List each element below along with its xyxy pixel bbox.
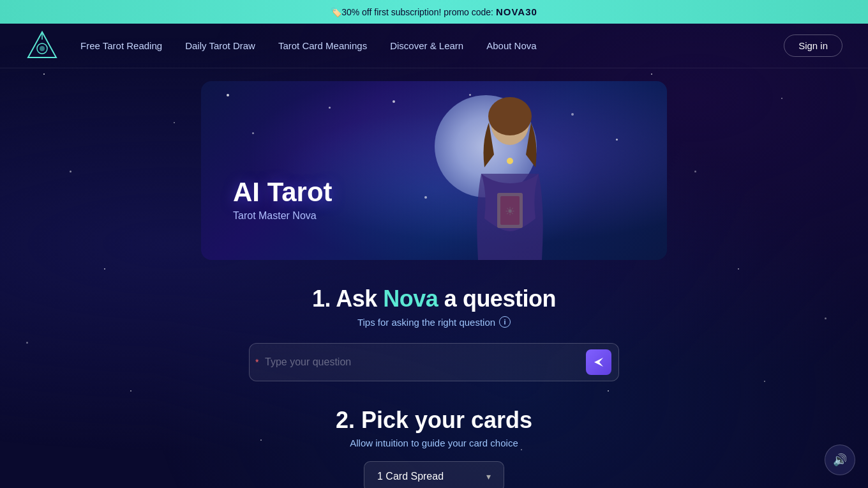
main-content: 1. Ask Nova a question Tips for asking t… (0, 260, 868, 488)
header: Free Tarot Reading Daily Tarot Draw Taro… (0, 24, 868, 68)
info-icon: i (499, 316, 511, 328)
sound-button[interactable]: 🔊 (825, 445, 855, 475)
chevron-down-icon: ▾ (486, 471, 491, 482)
question-input-wrap: * (249, 343, 619, 381)
hero-glow (201, 81, 667, 260)
svg-point-6 (488, 97, 532, 135)
svg-point-10 (507, 158, 513, 164)
step1-suffix: a question (438, 286, 556, 312)
promo-banner: 🏷️30% off first subscription! promo code… (0, 0, 868, 24)
nav-discover-learn[interactable]: Discover & Learn (381, 35, 472, 56)
logo-icon (26, 29, 59, 63)
nav-free-tarot-reading[interactable]: Free Tarot Reading (71, 35, 171, 56)
hero-text-area: AI Tarot Tarot Master Nova (233, 177, 333, 222)
step1-title: 1. Ask Nova a question (312, 286, 556, 312)
nav-about-nova[interactable]: About Nova (477, 35, 545, 56)
sound-icon: 🔊 (833, 453, 847, 467)
tips-text: Tips for asking the right question (357, 317, 495, 328)
hero-subtitle: Tarot Master Nova (233, 210, 333, 222)
tips-link[interactable]: Tips for asking the right question i (357, 316, 511, 328)
spread-dropdown-label: 1 Card Spread (377, 471, 444, 482)
hero-title: AI Tarot (233, 177, 333, 208)
logo-area[interactable] (26, 29, 59, 63)
spread-dropdown[interactable]: 1 Card Spread ▾ (364, 461, 504, 488)
sign-in-button[interactable]: Sign in (784, 34, 842, 57)
send-icon (593, 356, 604, 368)
main-nav: Free Tarot Reading Daily Tarot Draw Taro… (71, 35, 784, 56)
step1-prefix: 1. Ask (312, 286, 383, 312)
hero-section: ☀ AI Tarot Tarot Master Nova (0, 68, 868, 260)
step1-nova: Nova (383, 286, 438, 312)
nav-tarot-card-meanings[interactable]: Tarot Card Meanings (269, 35, 376, 56)
question-input[interactable] (249, 343, 619, 381)
svg-point-2 (40, 46, 45, 51)
promo-text: 🏷️30% off first subscription! promo code… (331, 7, 496, 17)
required-asterisk: * (255, 357, 258, 367)
nav-daily-tarot-draw[interactable]: Daily Tarot Draw (176, 35, 264, 56)
send-button[interactable] (586, 349, 611, 375)
promo-code: NOVA30 (496, 6, 537, 17)
hero-figure: ☀ (437, 91, 583, 260)
step2-subtitle: Allow intuition to guide your card choic… (350, 438, 518, 448)
hero-card: ☀ AI Tarot Tarot Master Nova (201, 81, 667, 260)
step2-title: 2. Pick your cards (336, 407, 532, 434)
